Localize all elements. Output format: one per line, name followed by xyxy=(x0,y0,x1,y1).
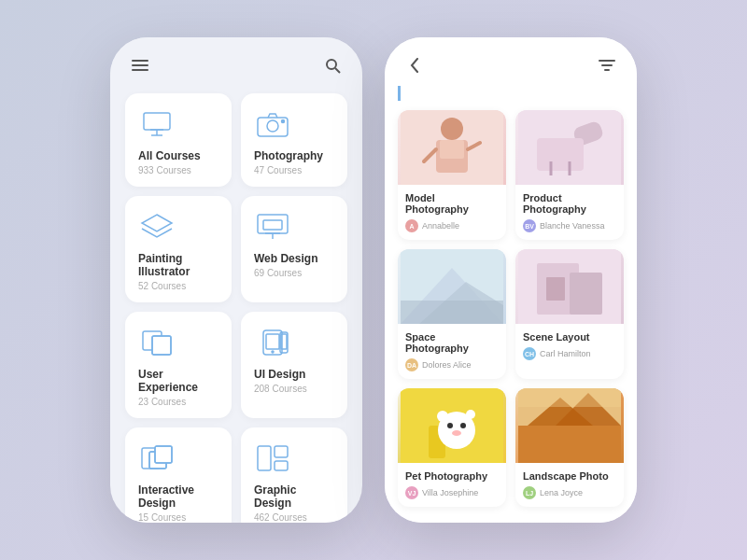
tablet-icon xyxy=(254,327,291,358)
category-card-2[interactable]: Painting Illustrator 52 Courses xyxy=(125,196,232,302)
category-name-3: Web Design xyxy=(254,252,317,265)
author-avatar-3: CH xyxy=(523,347,536,360)
search-icon[interactable] xyxy=(321,54,344,77)
category-count-5: 208 Courses xyxy=(254,384,307,394)
square-copy-icon xyxy=(138,327,176,358)
course-title-3: Scene Layout xyxy=(523,331,616,343)
svg-point-37 xyxy=(441,118,463,140)
category-name-5: UI Design xyxy=(254,368,305,381)
svg-rect-5 xyxy=(144,113,170,130)
course-card-0[interactable]: Model Photography A Annabelle xyxy=(398,110,506,240)
course-count xyxy=(398,86,624,101)
category-card-6[interactable]: Interactive Design 15 Courses xyxy=(125,427,232,523)
svg-rect-14 xyxy=(263,220,282,230)
category-card-4[interactable]: User Experience 23 Courses xyxy=(125,312,232,418)
svg-line-4 xyxy=(335,68,340,73)
course-card-1[interactable]: Product Photography BV Blanche Vanessa xyxy=(515,110,624,240)
desktop-icon xyxy=(254,211,291,243)
course-card-3[interactable]: Scene Layout CH Carl Hamilton xyxy=(515,249,624,379)
svg-point-11 xyxy=(282,120,285,123)
menu-icon[interactable] xyxy=(129,54,151,77)
author-avatar-0: A xyxy=(405,219,418,232)
course-info-2: Space Photography DA Dolores Alice xyxy=(398,324,506,379)
filter-icon[interactable] xyxy=(596,54,618,77)
category-card-3[interactable]: Web Design 69 Courses xyxy=(241,196,347,302)
svg-rect-50 xyxy=(401,301,503,324)
category-card-1[interactable]: Photography 47 Courses xyxy=(241,93,347,187)
author-name-2: Dolores Alice xyxy=(422,360,472,370)
author-avatar-5: LJ xyxy=(523,486,536,499)
category-name-4: User Experience xyxy=(138,368,218,394)
camera-icon xyxy=(254,108,291,140)
layers-icon xyxy=(138,211,176,243)
svg-rect-30 xyxy=(258,446,271,470)
svg-point-10 xyxy=(267,120,278,132)
category-card-7[interactable]: Graphic Design 462 Courses xyxy=(241,427,347,523)
svg-rect-53 xyxy=(570,273,602,315)
svg-rect-64 xyxy=(518,426,621,463)
svg-rect-54 xyxy=(546,277,565,301)
author-name-0: Annabelle xyxy=(422,221,459,231)
svg-rect-67 xyxy=(518,388,621,407)
author-name-4: Villa Josephine xyxy=(422,488,478,497)
course-author-0: A Annabelle xyxy=(405,219,499,232)
author-name-3: Carl Hamilton xyxy=(540,349,591,358)
course-title-2: Space Photography xyxy=(405,331,499,354)
course-card-5[interactable]: Landscape Photo LJ Lena Joyce xyxy=(515,388,624,507)
svg-point-3 xyxy=(327,60,336,69)
category-count-7: 462 Courses xyxy=(254,512,307,523)
course-card-4[interactable]: Pet Photography VJ Villa Josephine xyxy=(398,388,506,507)
author-name-1: Blanche Vanessa xyxy=(540,221,604,231)
category-name-0: All Courses xyxy=(138,149,201,162)
category-name-7: Graphic Design xyxy=(254,483,334,510)
author-avatar-2: DA xyxy=(405,358,418,371)
back-icon[interactable] xyxy=(403,54,426,77)
category-count-0: 933 Courses xyxy=(138,165,191,175)
svg-point-62 xyxy=(466,410,475,419)
svg-point-21 xyxy=(272,351,274,353)
author-avatar-1: BV xyxy=(523,219,536,232)
course-author-2: DA Dolores Alice xyxy=(405,358,499,371)
svg-point-61 xyxy=(437,411,448,422)
course-info-5: Landscape Photo LJ Lena Joyce xyxy=(515,463,624,507)
phone1-content: All Courses 933 Courses Photography 47 C… xyxy=(110,86,362,523)
svg-rect-13 xyxy=(258,215,288,233)
panels-icon xyxy=(254,442,291,474)
category-card-0[interactable]: All Courses 933 Courses xyxy=(125,93,232,187)
author-name-5: Lena Joyce xyxy=(540,488,583,497)
course-grid: Model Photography A Annabelle Product Ph… xyxy=(398,110,624,507)
author-avatar-4: VJ xyxy=(405,486,418,499)
svg-marker-12 xyxy=(142,215,172,231)
category-count-4: 23 Courses xyxy=(138,397,186,407)
category-count-6: 15 Courses xyxy=(138,512,186,523)
svg-point-60 xyxy=(452,430,461,436)
phone-2: Model Photography A Annabelle Product Ph… xyxy=(385,37,637,523)
phone2-content: Model Photography A Annabelle Product Ph… xyxy=(385,86,637,523)
course-card-2[interactable]: Space Photography DA Dolores Alice xyxy=(398,249,506,379)
category-card-5[interactable]: UI Design 208 Courses xyxy=(241,312,347,418)
categories-grid: All Courses 933 Courses Photography 47 C… xyxy=(125,93,347,523)
svg-rect-18 xyxy=(152,336,171,355)
course-info-3: Scene Layout CH Carl Hamilton xyxy=(515,324,624,368)
category-name-6: Interactive Design xyxy=(138,483,218,510)
course-title-0: Model Photography xyxy=(405,192,499,215)
svg-rect-32 xyxy=(275,461,288,470)
phone2-header xyxy=(385,37,637,86)
course-title-4: Pet Photography xyxy=(405,470,499,482)
svg-point-58 xyxy=(447,423,453,428)
monitor-icon xyxy=(138,108,176,140)
svg-rect-22 xyxy=(266,334,279,349)
course-title-1: Product Photography xyxy=(523,192,616,215)
category-name-1: Photography xyxy=(254,149,323,162)
svg-point-59 xyxy=(460,423,466,428)
category-name-2: Painting Illustrator xyxy=(138,252,218,278)
course-info-0: Model Photography A Annabelle xyxy=(398,185,506,240)
category-count-1: 47 Courses xyxy=(254,165,302,175)
course-info-1: Product Photography BV Blanche Vanessa xyxy=(515,185,624,240)
course-author-3: CH Carl Hamilton xyxy=(523,347,616,360)
svg-rect-44 xyxy=(537,138,584,171)
course-author-1: BV Blanche Vanessa xyxy=(523,219,616,232)
svg-rect-28 xyxy=(155,446,172,463)
category-count-3: 69 Courses xyxy=(254,268,302,278)
phone1-header xyxy=(110,37,362,86)
